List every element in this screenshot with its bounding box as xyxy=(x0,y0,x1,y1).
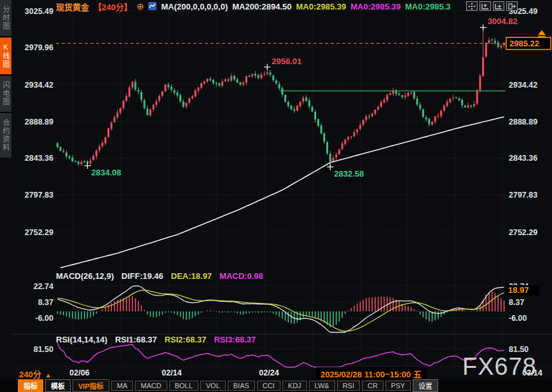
ma0-value-2: MA0:2985.39 xyxy=(350,2,401,11)
candle-body xyxy=(125,96,127,100)
candle-body xyxy=(437,116,439,116)
toolbar-button-boll[interactable]: BOLL xyxy=(169,381,198,391)
candle-body xyxy=(434,116,436,122)
toolbar-button-vol[interactable]: VOL xyxy=(200,381,226,391)
macd-axis-label: 8.37 xyxy=(38,298,53,307)
ma0-value-3: MA0:2985.3 xyxy=(405,2,451,11)
candle-body xyxy=(392,91,394,94)
candle-body xyxy=(401,95,403,97)
candle-body xyxy=(228,79,230,81)
period-selector[interactable]: 240分▲ xyxy=(19,368,52,380)
candle-body xyxy=(258,75,259,78)
price-axis-label: 2934.42 xyxy=(509,81,537,90)
toolbar-button-ma[interactable]: MA xyxy=(111,381,134,391)
toolbar-button-lw[interactable]: LW& xyxy=(309,381,335,391)
candle-body xyxy=(371,113,373,116)
candle-body xyxy=(216,83,217,84)
toolbar-tab-indicators[interactable]: 指标 xyxy=(18,379,43,392)
candle-body xyxy=(425,118,427,119)
candle-body xyxy=(389,93,391,95)
candle-body xyxy=(446,102,448,106)
rsi-title: RSI(14,14,14) xyxy=(56,335,107,344)
candle-body xyxy=(431,122,433,125)
candle-body xyxy=(83,161,85,163)
macd-legend: MACD(26,12,9) DIFF:19.46 DEA:18.97 MACD:… xyxy=(56,271,263,281)
toolbar-button-kdj[interactable]: KDJ xyxy=(282,381,307,391)
candle-body xyxy=(290,105,292,109)
candle-body xyxy=(113,118,115,123)
candle-body xyxy=(165,84,167,91)
candle-body xyxy=(479,76,481,90)
candle-body xyxy=(449,99,451,102)
candle-body xyxy=(123,101,125,109)
dea-tag-value: 18.97 xyxy=(508,285,529,295)
price-axis-label: 3025.49 xyxy=(25,7,53,16)
symbol-title: 现货黄金 xyxy=(56,1,89,13)
candle-body xyxy=(120,108,121,112)
candle-body xyxy=(249,76,251,77)
candle-body xyxy=(195,90,197,97)
toolbar-button-macd[interactable]: MACD xyxy=(135,381,167,391)
sidebar-tab-contract-info[interactable]: 合约资料 xyxy=(0,113,11,158)
toolbar-button-bias[interactable]: BIAS xyxy=(228,381,255,391)
candle-body xyxy=(66,152,67,156)
ma-settings-label: MA(200,0,0,0,0,0) xyxy=(161,2,228,11)
kline-chart-canvas[interactable]: 3025.493025.492979.962934.422934.422888.… xyxy=(0,0,552,379)
candle-body xyxy=(500,46,502,48)
candle-body xyxy=(272,76,274,80)
candle-body xyxy=(461,100,463,105)
candle-body xyxy=(251,74,253,76)
candle-body xyxy=(116,112,118,117)
axis-zoom-out-icon[interactable] xyxy=(493,1,504,11)
price-axis-label: 2888.89 xyxy=(25,118,53,126)
candle-body xyxy=(212,80,214,83)
sidebar-tab-lightning-chart[interactable]: 闪电图 xyxy=(0,76,11,112)
app-window: 3025.493025.492979.962934.422934.422888.… xyxy=(0,0,552,392)
candle-body xyxy=(263,74,265,75)
add-indicator-icon[interactable]: ⊕ xyxy=(137,3,144,11)
toolbar-button-rsi[interactable]: RSI xyxy=(337,381,360,391)
crosshair-icon[interactable] xyxy=(466,1,478,11)
toolbar-tab-vip-indicators[interactable]: VIP指标 xyxy=(72,379,109,392)
candle-body xyxy=(395,90,397,94)
candle-body xyxy=(491,39,493,40)
candle-body xyxy=(380,102,382,107)
toolbar-tab-templates[interactable]: 模板 xyxy=(45,379,71,392)
rsi-axis-label: 81.50 xyxy=(34,345,53,354)
candle-body xyxy=(99,146,100,151)
candle-body xyxy=(275,80,277,83)
axis-zoom-in-icon[interactable] xyxy=(480,1,491,11)
candle-body xyxy=(338,150,340,154)
chart-type-icon[interactable] xyxy=(148,2,156,12)
sidebar-tab-kline-chart[interactable]: K线图 xyxy=(0,37,11,74)
candle-body xyxy=(146,109,148,115)
toolbar-button-settings[interactable]: 设置 xyxy=(413,379,438,392)
candle-body xyxy=(102,143,104,146)
indicator-toolbar: 指标 模板 VIP指标 MA MACD BOLL VOL BIAS CCI KD… xyxy=(0,379,552,392)
candle-body xyxy=(62,151,64,152)
candle-body xyxy=(347,137,349,140)
chart-line xyxy=(57,290,504,331)
candle-body xyxy=(314,112,316,119)
candle-body xyxy=(317,119,319,126)
candle-body xyxy=(494,41,496,43)
candle-body xyxy=(188,98,190,103)
candle-body xyxy=(245,76,247,83)
candle-body xyxy=(488,40,490,43)
price-axis-label: 2752.29 xyxy=(509,228,537,237)
current-price-tag-value: 2985.22 xyxy=(509,39,539,48)
candle-body xyxy=(356,130,358,132)
panel-expand-icon[interactable] xyxy=(506,1,518,11)
candle-body xyxy=(296,105,298,111)
toolbar-button-psy[interactable]: PSY xyxy=(385,381,411,391)
candle-body xyxy=(419,105,421,109)
candle-body xyxy=(335,154,337,157)
candle-body xyxy=(191,97,193,98)
toolbar-button-cr[interactable]: CR xyxy=(362,381,383,391)
sidebar-tab-time-chart[interactable]: 分时图 xyxy=(0,0,11,36)
toolbar-button-cci[interactable]: CCI xyxy=(257,381,280,391)
macd-axis-label: 22.74 xyxy=(34,282,53,291)
macd-axis-label: -6.00 xyxy=(509,314,527,323)
candle-body xyxy=(260,74,262,78)
candle-body xyxy=(153,105,155,109)
